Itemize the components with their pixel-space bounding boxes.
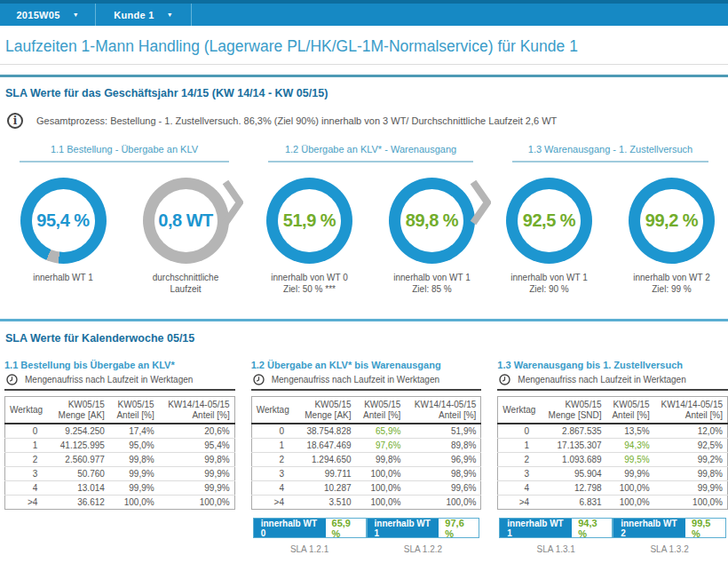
werktag-cell: 4	[5, 481, 51, 496]
info-icon: i	[7, 113, 23, 129]
table-row: 21.093.68999,5%99,2%	[498, 453, 728, 467]
value-cell: 99,9%	[159, 481, 235, 496]
werktag-cell: 0	[5, 424, 51, 439]
value-cell: 100,0%	[356, 481, 406, 496]
table-row: 413.01499,9%99,9%	[5, 481, 235, 496]
value-cell: 18.647.469	[297, 439, 356, 453]
column-header: KW05/15Anteil [%]	[109, 397, 159, 424]
werktag-cell: 0	[251, 424, 297, 439]
table-row: >436.612100,0%100,0%	[5, 496, 235, 510]
period-dropdown[interactable]: 2015W05 ▼	[0, 4, 96, 26]
table-header-row: WerktagKW05/15Menge [SND]KW05/15Anteil […	[498, 397, 728, 424]
column-header: KW14/14-05/15Anteil [%]	[654, 397, 728, 424]
value-cell: 100,0%	[356, 467, 406, 481]
customer-dropdown-value: Kunde 1	[114, 10, 154, 20]
value-cell: 99,9%	[109, 467, 159, 481]
werktag-cell: >4	[498, 496, 542, 510]
clock-icon	[253, 374, 265, 385]
werktag-cell: 0	[498, 424, 542, 439]
value-cell: 99,2%	[654, 453, 728, 467]
top-bar: 2015W05 ▼ Kunde 1 ▼	[0, 0, 728, 26]
werktag-cell: 3	[5, 467, 51, 481]
value-cell: 100,0%	[109, 496, 159, 510]
badge-caption: SLA 1.2.1	[290, 544, 328, 554]
table-title: 1.2 Übergabe an KLV* bis Warenausgang	[251, 360, 482, 370]
table-row: >43.510100,0%100,0%	[251, 496, 481, 510]
badge-caption: SLA 1.2.2	[404, 544, 442, 554]
chevron-down-icon: ▼	[73, 12, 79, 18]
donut-target-label: Ziel: 99 %	[652, 283, 691, 295]
value-cell: 100,0%	[606, 496, 654, 510]
overall-process-summary: Gesamtprozess: Bestellung - 1. Zustellve…	[36, 115, 557, 126]
value-cell: 13,5%	[606, 424, 654, 439]
value-cell: 2.867.535	[542, 424, 606, 439]
value-cell: 99,8%	[654, 467, 728, 481]
value-cell: 12,0%	[654, 424, 728, 439]
table-row: 141.125.99595,0%95,4%	[5, 439, 235, 453]
value-cell: 95,0%	[109, 439, 159, 453]
donut-chart: 99,2 %	[629, 178, 715, 264]
process-kpi-row: 1.1 Bestellung - Übergabe an KLV 95,4 % …	[0, 144, 728, 295]
value-cell: 96,9%	[405, 453, 481, 467]
donut-chart: 92,5 %	[506, 178, 592, 264]
sla-badge: innerhalb WT 1 94,3 %	[499, 518, 613, 538]
table-row: 350.76099,9%99,9%	[5, 467, 235, 481]
column-header: Werktag	[498, 397, 542, 424]
table-subtitle: Mengenaufriss nach Laufzeit in Werktagen	[518, 375, 685, 385]
table-row: 399.711100,0%98,9%	[251, 467, 481, 481]
process-group-1: 1.1 Bestellung - Übergabe an KLV 95,4 % …	[0, 144, 249, 295]
process-arrow-icon	[222, 178, 243, 227]
donut-label: innerhalb von WT 0	[271, 272, 348, 283]
table-row: 410.287100,0%99,6%	[251, 481, 481, 496]
value-cell: 6.831	[542, 496, 606, 510]
werktag-cell: 3	[251, 467, 297, 481]
table-section-1-1: 1.1 Bestellung bis Übergabe an KLV* Meng…	[4, 360, 235, 554]
table-row: 21.294.65099,8%96,9%	[251, 453, 481, 467]
value-cell: 20,6%	[159, 424, 235, 439]
sla-badges: innerhalb WT 0 65,9 % SLA 1.2.1 innerhal…	[251, 518, 482, 554]
donut-value: 0,8 WT	[158, 210, 212, 231]
badge-label: innerhalb WT 2	[613, 519, 685, 537]
value-cell: 99,8%	[109, 453, 159, 467]
value-cell: 99,8%	[159, 453, 235, 467]
kpi-donut: 99,2 % innerhalb von WT 2 Ziel: 99 %	[623, 178, 721, 295]
table-row: >46.831100,0%100,0%	[498, 496, 728, 510]
badge-label: innerhalb WT 0	[254, 519, 326, 537]
value-cell: 65,9%	[356, 424, 406, 439]
table-row: 09.254.25017,4%20,6%	[5, 424, 235, 439]
value-cell: 99,9%	[606, 467, 654, 481]
value-cell: 100,0%	[159, 496, 235, 510]
sla-badge-wrap: innerhalb WT 2 99,5 % SLA 1.3.2	[613, 518, 726, 554]
werktag-cell: >4	[251, 496, 297, 510]
page-title: Laufzeiten 1-Mann Handling (Lagerware PL…	[0, 26, 728, 65]
value-cell: 50.760	[50, 467, 109, 481]
badge-value: 99,5 %	[685, 519, 725, 537]
value-cell: 100,0%	[606, 481, 654, 496]
sla-badge-wrap: innerhalb WT 1 97,6 % SLA 1.2.2	[367, 518, 480, 554]
table-row: 395.90499,9%99,8%	[498, 467, 728, 481]
werktag-cell: 1	[5, 439, 51, 453]
value-cell: 94,3%	[606, 439, 654, 453]
value-cell: 17,4%	[109, 424, 159, 439]
value-cell: 99,9%	[109, 481, 159, 496]
sla-badge: innerhalb WT 2 99,5 %	[613, 518, 726, 538]
value-cell: 12.798	[542, 481, 606, 496]
donut-chart: 89,8 %	[389, 178, 475, 264]
badge-value: 97,6 %	[439, 519, 479, 537]
value-cell: 13.014	[50, 481, 109, 496]
customer-dropdown[interactable]: Kunde 1 ▼	[96, 4, 192, 26]
badge-label: innerhalb WT 1	[368, 519, 439, 537]
table-row: 412.798100,0%99,9%	[498, 481, 728, 496]
sla-table-1-3: WerktagKW05/15Menge [SND]KW05/15Anteil […	[497, 396, 728, 510]
table-header-row: WerktagKW05/15Menge [AK]KW05/15Anteil [%…	[251, 397, 481, 424]
value-cell: 99,5%	[606, 453, 654, 467]
value-cell: 51,9%	[405, 424, 481, 439]
value-cell: 92,5%	[654, 439, 728, 453]
donut-label: innerhalb von WT 2	[633, 272, 710, 283]
column-header: KW14/14-05/15Anteil [%]	[159, 397, 235, 424]
donut-chart: 51,9 %	[266, 178, 352, 264]
donut-target-label: Ziel: 50 % ***	[283, 283, 336, 295]
werktag-cell: 1	[498, 439, 542, 453]
clock-icon	[6, 374, 18, 385]
value-cell: 99.711	[297, 467, 356, 481]
